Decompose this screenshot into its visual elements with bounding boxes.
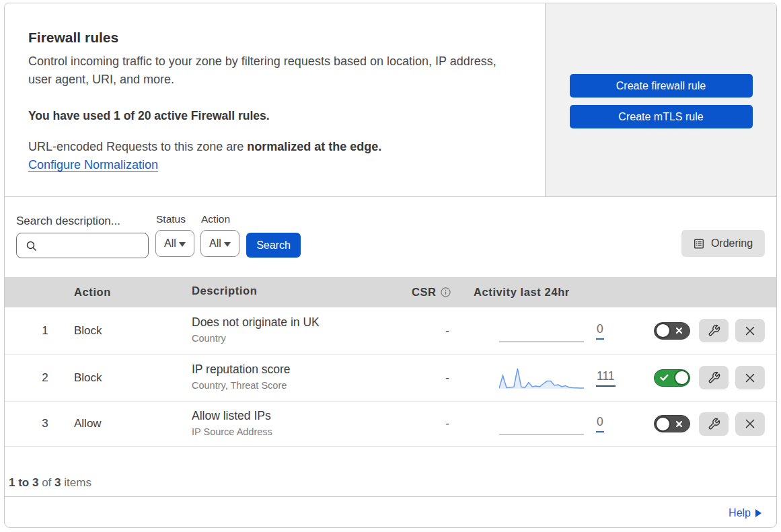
create-mtls-rule-button[interactable]: Create mTLS rule <box>570 105 753 128</box>
delete-rule-button[interactable] <box>735 319 765 342</box>
rule-action: Block <box>74 324 192 338</box>
toggle-knob <box>655 416 671 432</box>
rule-activity-cell: 0 <box>474 410 632 437</box>
status-dropdown-value: All <box>164 237 176 250</box>
items-of: of <box>42 476 51 489</box>
items-count: 1 to 3 of 3 items <box>9 476 91 490</box>
rule-description-cell: Allow listed IPs IP Source Address <box>192 407 406 439</box>
help-link[interactable]: Help <box>729 507 761 519</box>
normalization-note: URL-encoded Requests to this zone are no… <box>28 140 518 154</box>
items-word: items <box>64 476 91 489</box>
rule-csr: - <box>406 417 474 430</box>
rule-csr: - <box>406 324 474 338</box>
table-row: 1 Block Does not originate in UK Country… <box>5 307 776 354</box>
rule-controls <box>632 366 776 389</box>
normalization-note-bold: normalized at the edge. <box>247 140 381 153</box>
close-icon <box>745 418 755 429</box>
top-section: Firewall rules Control incoming traffic … <box>5 3 776 197</box>
page-description: Control incoming traffic to your zone by… <box>28 52 506 89</box>
rule-number: 2 <box>16 371 74 385</box>
check-icon <box>660 370 669 386</box>
close-icon <box>745 326 755 336</box>
status-label: Status <box>156 213 186 225</box>
rule-action: Block <box>74 371 192 385</box>
rule-enabled-toggle[interactable] <box>654 415 690 432</box>
edit-rule-button[interactable] <box>699 366 729 389</box>
header-description: Description <box>192 284 406 297</box>
rule-description-cell: IP reputation score Country, Threat Scor… <box>192 360 406 392</box>
search-input[interactable] <box>41 235 145 256</box>
configure-normalization-link[interactable]: Configure Normalization <box>28 158 158 172</box>
rule-activity-cell: 111 <box>474 365 632 391</box>
rule-description: IP reputation score <box>192 360 406 379</box>
items-range: 1 to 3 <box>9 476 38 489</box>
rule-controls <box>632 412 776 436</box>
firewall-rules-card: Firewall rules Control incoming traffic … <box>4 3 777 528</box>
header-csr: CSR <box>406 286 474 299</box>
filter-bar: Search description... Status All Action … <box>5 197 776 277</box>
search-button[interactable]: Search <box>246 233 301 258</box>
wrench-icon <box>708 418 720 430</box>
wrench-icon <box>708 324 720 337</box>
activity-count-link[interactable]: 0 <box>596 415 604 432</box>
rule-action: Allow <box>74 417 192 430</box>
help-link-label: Help <box>729 507 751 519</box>
rule-enabled-toggle[interactable] <box>654 369 690 387</box>
edit-rule-button[interactable] <box>699 412 729 436</box>
activity-sparkline <box>499 317 584 344</box>
items-total: 3 <box>54 476 61 489</box>
delete-rule-button[interactable] <box>735 412 765 436</box>
rule-csr: - <box>406 371 474 385</box>
search-label: Search description... <box>16 215 120 228</box>
usage-summary: You have used 1 of 20 active Firewall ru… <box>28 109 518 123</box>
delete-rule-button[interactable] <box>735 366 765 389</box>
rule-fields: Country, Threat Score <box>192 379 406 392</box>
activity-sparkline <box>499 410 584 437</box>
rule-description: Does not originate in UK <box>192 313 406 332</box>
table-footer: 1 to 3 of 3 items <box>5 447 776 497</box>
close-icon <box>745 373 755 383</box>
help-row: Help <box>5 497 776 528</box>
toggle-knob <box>674 370 690 385</box>
chevron-down-icon <box>224 242 231 247</box>
table-row: 2 Block IP reputation score Country, Thr… <box>5 354 776 402</box>
wrench-icon <box>708 371 720 384</box>
cta-panel: Create firewall rule Create mTLS rule <box>545 3 776 196</box>
rule-enabled-toggle[interactable] <box>654 322 690 340</box>
page-title: Firewall rules <box>28 30 518 46</box>
action-dropdown-value: All <box>209 237 221 250</box>
rule-number: 3 <box>16 417 74 430</box>
status-dropdown[interactable]: All <box>155 230 194 257</box>
x-icon <box>675 323 683 339</box>
table-body: 1 Block Does not originate in UK Country… <box>5 307 776 447</box>
help-arrow-icon <box>755 509 761 517</box>
rule-description-cell: Does not originate in UK Country <box>192 313 406 345</box>
rule-description: Allow listed IPs <box>192 407 406 425</box>
toggle-knob <box>655 323 671 338</box>
chevron-down-icon <box>179 242 186 247</box>
search-box <box>16 233 149 258</box>
header-csr-label: CSR <box>412 286 437 299</box>
intro-panel: Firewall rules Control incoming traffic … <box>5 3 545 196</box>
rule-number: 1 <box>16 324 74 338</box>
activity-sparkline <box>499 365 584 391</box>
activity-count-link[interactable]: 111 <box>596 369 616 387</box>
edit-rule-button[interactable] <box>699 319 729 342</box>
rule-controls <box>632 319 776 342</box>
rule-activity-cell: 0 <box>474 317 632 344</box>
ordered-list-icon <box>694 238 704 250</box>
rule-fields: IP Source Address <box>192 425 406 439</box>
ordering-button[interactable]: Ordering <box>681 230 765 257</box>
ordering-button-label: Ordering <box>711 237 753 250</box>
search-icon <box>26 240 38 252</box>
rule-fields: Country <box>192 332 406 345</box>
action-dropdown[interactable]: All <box>200 230 239 257</box>
activity-count-link[interactable]: 0 <box>596 322 604 340</box>
header-action: Action <box>74 286 192 299</box>
table-header: Action Description CSR Activity last 24h… <box>5 277 776 307</box>
info-icon[interactable] <box>441 287 451 297</box>
header-activity: Activity last 24hr <box>474 286 632 299</box>
x-icon <box>675 416 683 432</box>
create-firewall-rule-button[interactable]: Create firewall rule <box>570 74 753 98</box>
normalization-note-text: URL-encoded Requests to this zone are <box>28 140 247 153</box>
